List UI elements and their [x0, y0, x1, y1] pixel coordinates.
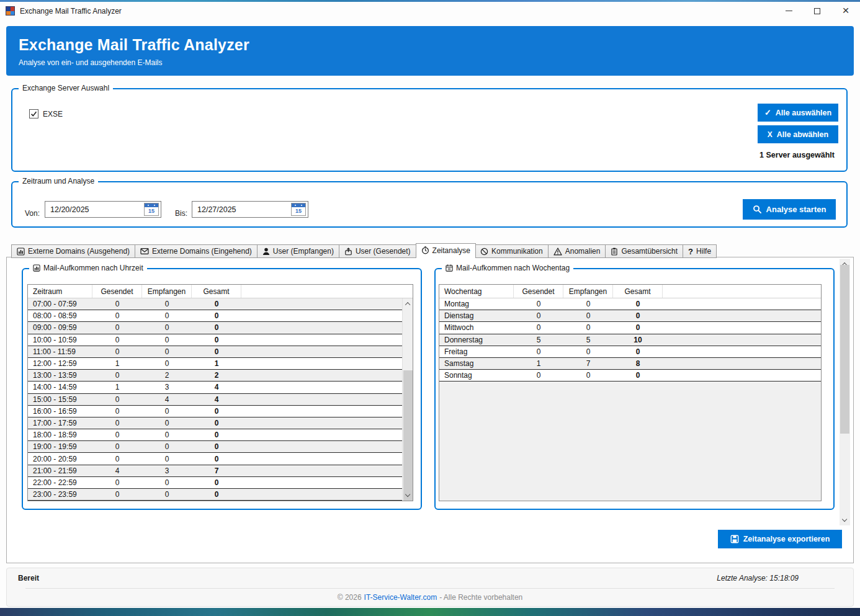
- tab-externe-domains-ausgehend[interactable]: Externe Domains (Ausgehend): [11, 244, 135, 258]
- uhrzeit-table-scrollbar[interactable]: [402, 298, 413, 501]
- tab-anomalien[interactable]: Anomalien: [549, 244, 606, 258]
- tab-zeitanalyse[interactable]: Zeitanalyse: [416, 243, 476, 258]
- zeitraum-cell: 08:00 - 08:59: [28, 310, 92, 321]
- calendar-icon[interactable]: 15: [144, 203, 159, 216]
- column-header-gesendet[interactable]: Gesendet: [514, 285, 563, 298]
- rights-text: - Alle Rechte vorbehalten: [439, 593, 522, 602]
- user-icon: [262, 248, 270, 256]
- maximize-button[interactable]: [803, 2, 831, 20]
- date-to-input[interactable]: 12/27/2025 15: [192, 201, 308, 218]
- empfangen-cell: 7: [563, 358, 613, 369]
- column-header-gesendet[interactable]: Gesendet: [92, 285, 142, 298]
- table-row[interactable]: 09:00 - 09:59000: [28, 322, 413, 334]
- empfangen-cell: 3: [142, 465, 192, 476]
- von-label: Von:: [25, 209, 40, 218]
- export-zeitanalyse-button[interactable]: Zeitanalyse exportieren: [718, 530, 842, 548]
- table-row[interactable]: Donnerstag5510: [439, 334, 821, 346]
- tab-kommunikation[interactable]: Kommunikation: [475, 244, 549, 258]
- wochentag-cell: Dienstag: [439, 310, 514, 321]
- zeitraum-cell: 07:00 - 07:59: [28, 298, 92, 310]
- table-row[interactable]: 16:00 - 16:59000: [28, 406, 413, 417]
- table-row[interactable]: 10:00 - 10:59000: [28, 334, 413, 346]
- gesendet-cell: 0: [514, 322, 563, 333]
- zeitraum-cell: 09:00 - 09:59: [28, 322, 92, 333]
- gesamt-cell: 2: [192, 370, 241, 381]
- question-icon: [688, 247, 693, 256]
- column-header-wochentag[interactable]: Wochentag: [439, 285, 514, 298]
- start-analysis-label: Analyse starten: [766, 205, 826, 214]
- empfangen-cell: 3: [142, 382, 192, 393]
- scroll-down-icon[interactable]: [840, 515, 850, 525]
- empfangen-cell: 0: [563, 322, 613, 333]
- column-header-gesamt[interactable]: Gesamt: [192, 285, 241, 298]
- column-header-empfangen[interactable]: Empfangen: [563, 285, 613, 298]
- zeitraum-cell: 11:00 - 11:59: [28, 346, 92, 357]
- column-header-empfangen[interactable]: Empfangen: [142, 285, 192, 298]
- table-row[interactable]: 18:00 - 18:59000: [28, 429, 413, 441]
- table-row[interactable]: 08:00 - 08:59000: [28, 310, 413, 322]
- select-all-button[interactable]: Alle auswählen: [758, 104, 838, 122]
- zeitraum-cell: 10:00 - 10:59: [28, 334, 92, 346]
- zeitraum-cell: 13:00 - 13:59: [28, 370, 92, 381]
- date-from-input[interactable]: 12/20/2025 15: [45, 201, 161, 218]
- content-scrollbar[interactable]: [840, 259, 850, 525]
- column-header-zeitraum[interactable]: Zeitraum: [28, 285, 92, 298]
- table-row[interactable]: Montag000: [439, 298, 821, 310]
- tab-hilfe[interactable]: Hilfe: [683, 244, 717, 258]
- tab-user-empfangen[interactable]: User (Empfangen): [258, 244, 339, 258]
- selected-server-count: 1 Server ausgewählt: [759, 151, 835, 159]
- table-row[interactable]: 19:00 - 19:59000: [28, 441, 413, 453]
- footer-link[interactable]: IT-Service-Walter.com: [364, 593, 437, 602]
- empfangen-cell: 5: [563, 334, 613, 346]
- tab-externe-domains-eingehend[interactable]: Externe Domains (Eingehend): [135, 244, 258, 258]
- save-icon: [730, 535, 739, 543]
- table-row[interactable]: 11:00 - 11:59000: [28, 346, 413, 358]
- gesamt-cell: 0: [192, 417, 241, 429]
- title-bar: Exchange Mail Traffic Analyzer: [0, 2, 860, 20]
- table-row[interactable]: 21:00 - 21:59437: [28, 465, 413, 477]
- scrollbar-thumb[interactable]: [840, 265, 849, 434]
- gesendet-cell: 1: [92, 358, 142, 369]
- table-row[interactable]: 13:00 - 13:59022: [28, 370, 413, 382]
- empfangen-cell: 0: [142, 334, 192, 346]
- gesamt-cell: 0: [192, 429, 241, 440]
- table-row[interactable]: 15:00 - 15:59044: [28, 394, 413, 406]
- table-row[interactable]: 20:00 - 20:59000: [28, 453, 413, 465]
- tab-user-gesendet[interactable]: User (Gesendet): [339, 244, 416, 258]
- empfangen-cell: 0: [563, 310, 613, 321]
- table-row[interactable]: 22:00 - 22:59000: [28, 477, 413, 489]
- minimize-button[interactable]: [774, 2, 803, 20]
- gesendet-cell: 0: [92, 417, 142, 429]
- scroll-down-icon[interactable]: [403, 490, 413, 501]
- wochentag-table-header: Wochentag Gesendet Empfangen Gesamt: [439, 285, 821, 298]
- table-row[interactable]: Dienstag000: [439, 310, 821, 322]
- close-button[interactable]: [831, 2, 860, 20]
- checkbox-checked-icon[interactable]: [29, 109, 38, 118]
- scrollbar-thumb[interactable]: [403, 370, 413, 501]
- empfangen-cell: 0: [142, 489, 192, 500]
- empfangen-cell: 0: [563, 298, 613, 310]
- gesamt-cell: 0: [192, 346, 241, 357]
- scroll-up-icon[interactable]: [403, 298, 413, 309]
- table-row[interactable]: Sonntag000: [439, 370, 821, 382]
- deselect-all-button[interactable]: Alle abwählen: [758, 125, 838, 143]
- uhrzeit-group: Mail-Aufkommen nach Uhrzeit Zeitraum Ges…: [22, 268, 422, 510]
- zeitraum-cell: 14:00 - 14:59: [28, 382, 92, 393]
- start-analysis-button[interactable]: Analyse starten: [743, 199, 836, 220]
- table-row[interactable]: Samstag178: [439, 358, 821, 370]
- table-row[interactable]: 23:00 - 23:59000: [28, 489, 413, 501]
- tab-gesamtuebersicht[interactable]: Gesamtübersicht: [606, 244, 683, 258]
- page-title: Exchange Mail Traffic Analyzer: [19, 36, 854, 54]
- table-row[interactable]: 07:00 - 07:59000: [28, 298, 413, 310]
- no-entry-icon: [480, 248, 488, 256]
- server-checkbox-row[interactable]: EXSE: [29, 109, 63, 118]
- date-from-value: 12/20/2025: [50, 205, 89, 214]
- table-row[interactable]: Mittwoch000: [439, 322, 821, 334]
- calendar-icon[interactable]: 15: [291, 203, 306, 216]
- table-row[interactable]: 14:00 - 14:59134: [28, 382, 413, 393]
- table-row[interactable]: 12:00 - 12:59101: [28, 358, 413, 370]
- table-row[interactable]: 17:00 - 17:59000: [28, 417, 413, 429]
- column-header-gesamt[interactable]: Gesamt: [613, 285, 663, 298]
- table-row[interactable]: Freitag000: [439, 346, 821, 358]
- gesendet-cell: 0: [92, 370, 142, 381]
